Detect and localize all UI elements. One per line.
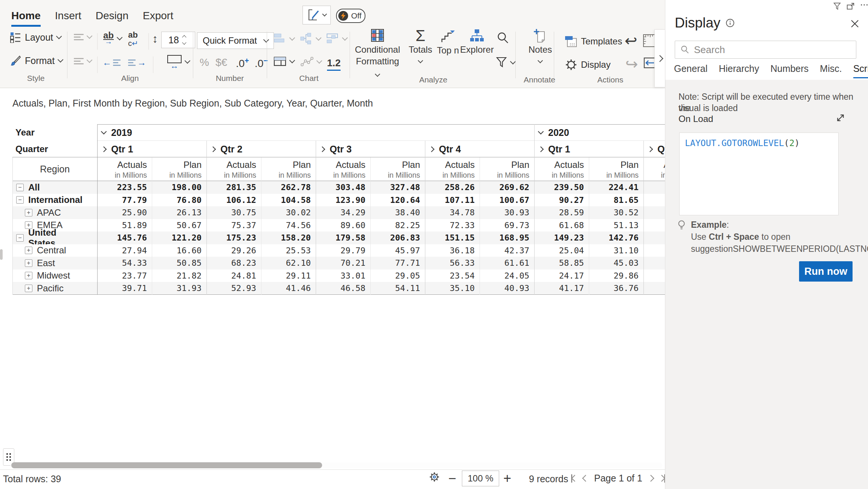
indent-increase-button[interactable]: → [128, 57, 146, 68]
table-view-button[interactable] [274, 56, 294, 66]
expand-editor-button[interactable] [836, 113, 845, 124]
grip-dots-icon [6, 453, 11, 461]
format-button[interactable]: Format [10, 55, 63, 66]
horizontal-align-button[interactable] [74, 58, 92, 64]
table-cell: 30.93 [480, 206, 534, 219]
horizontal-scrollbar[interactable] [11, 462, 662, 468]
tab-numbers[interactable]: Numbers [770, 63, 808, 78]
conditional-formatting-button[interactable]: Conditional Formatting [353, 29, 402, 79]
chevron-right-icon [319, 146, 326, 152]
tab-home[interactable]: Home [11, 10, 41, 27]
quarter-band[interactable]: Qtr 3 [316, 141, 425, 157]
search-tool-button[interactable] [497, 32, 509, 46]
year-band[interactable]: 2019 [97, 124, 534, 141]
expand-row-button[interactable]: + [25, 285, 32, 292]
expand-row-button[interactable]: + [25, 259, 32, 267]
last-page-button[interactable] [659, 474, 665, 483]
explorer-label: Explorer [459, 44, 495, 55]
edit-pen-icon [307, 8, 321, 22]
live-toggle[interactable]: Off [336, 9, 365, 23]
layout-button[interactable]: Layout [10, 32, 61, 43]
quarter-band[interactable]: Qtr 1 [534, 141, 643, 157]
notes-button[interactable]: Notes [524, 29, 557, 64]
templates-button[interactable]: Templates [564, 35, 622, 47]
tab-hierarchy[interactable]: Hierarchy [719, 63, 759, 78]
decrease-decimals-button[interactable]: .0− [255, 56, 268, 70]
previous-page-button[interactable] [582, 475, 589, 481]
year-row-label: Year [15, 127, 35, 138]
layout-chart-button[interactable] [326, 32, 347, 45]
collapse-row-button[interactable]: − [16, 196, 24, 204]
table-row: +EMEA51.8950.6775.3774.5689.6082.2572.33… [12, 219, 665, 232]
quarter-band[interactable]: Qtr 4 [425, 141, 534, 157]
display-button[interactable]: Display [565, 59, 611, 71]
quick-format-select[interactable]: Quick Format [197, 32, 274, 49]
totals-button[interactable]: Σ Totals [406, 28, 435, 64]
indent-decrease-button[interactable]: ← [102, 57, 121, 68]
stepper-arrows[interactable] [183, 36, 186, 44]
zoom-level-input[interactable]: 100 % [462, 471, 499, 486]
tab-general[interactable]: General [674, 63, 708, 78]
quarter-band-label: Qtr 1 [111, 144, 133, 155]
next-page-button[interactable] [647, 475, 654, 481]
percent-format-icon[interactable]: % [200, 56, 209, 69]
quarter-band[interactable]: Qtr 2 [206, 141, 316, 157]
more-options-icon[interactable] [860, 1, 868, 11]
tab-scripting[interactable]: Scripting [853, 63, 868, 78]
line-chart-button[interactable] [301, 56, 321, 67]
chevron-right-icon [647, 146, 653, 152]
collapse-row-button[interactable]: − [16, 234, 24, 242]
script-editor[interactable]: LAYOUT.GOTOROWLEVEL(2) [679, 133, 839, 215]
collapse-row-button[interactable]: − [16, 184, 24, 191]
table-cell: 198.00 [152, 181, 206, 194]
run-now-button[interactable]: Run now [799, 261, 853, 282]
tab-export[interactable]: Export [143, 10, 173, 27]
first-page-button[interactable] [571, 474, 577, 483]
decimal-places-button[interactable]: 1.2 [327, 57, 341, 71]
tab-insert[interactable]: Insert [55, 10, 81, 27]
explorer-button[interactable]: Explorer [459, 29, 495, 55]
edit-mode-button[interactable] [303, 6, 331, 24]
chevron-down-icon [538, 128, 544, 134]
font-size-stepper[interactable]: 18 [161, 32, 195, 48]
close-panel-button[interactable] [850, 19, 860, 30]
chevron-down-icon [510, 58, 516, 64]
currency-format-icon[interactable]: $€ [215, 56, 227, 69]
table-cell: 23.77 [97, 270, 152, 282]
redo-button[interactable]: ↪ [625, 56, 638, 72]
zoom-in-button[interactable]: + [503, 471, 511, 486]
filter-tool-button[interactable] [496, 56, 515, 69]
visual-filter-icon[interactable] [833, 2, 841, 12]
search-input[interactable]: Search [675, 41, 856, 59]
wrap-text-button[interactable]: ab c↵ [128, 31, 138, 47]
table-cell: 33.01 [316, 270, 370, 282]
increase-decimals-button[interactable]: .0+ [236, 56, 249, 70]
expand-row-button[interactable]: + [25, 247, 32, 254]
year-band[interactable]: 2020 [534, 124, 665, 141]
column-width-button[interactable]: ↔ [167, 55, 189, 69]
on-load-label: On Load [679, 114, 713, 124]
undo-button[interactable]: ↩ [625, 33, 637, 48]
expand-row-button[interactable]: + [25, 272, 32, 279]
quarter-band[interactable]: Qtr 1 [97, 141, 206, 157]
horizontal-scrollbar-thumb[interactable] [11, 462, 322, 468]
vertical-align-button[interactable] [74, 34, 92, 40]
tab-design[interactable]: Design [96, 10, 128, 27]
vertical-scrollbar[interactable] [0, 249, 3, 260]
measure-label: Plan [152, 159, 202, 171]
panel-collapse-strip[interactable] [654, 29, 665, 87]
expand-row-button[interactable]: + [25, 209, 32, 216]
tab-misc[interactable]: Misc. [820, 63, 842, 78]
focus-mode-icon[interactable] [847, 2, 855, 12]
unit-label: in Millions [152, 171, 202, 180]
bar-chart-button[interactable] [274, 32, 294, 45]
ruler-button[interactable] [643, 34, 656, 49]
info-icon[interactable] [726, 18, 735, 27]
table-cell: 24.17 [534, 270, 589, 282]
hierarchy-chart-button[interactable] [300, 32, 321, 45]
quarter-band[interactable]: Qtr 2 [643, 141, 665, 157]
table-settings-button[interactable] [429, 471, 440, 484]
text-direction-button[interactable]: ab → [103, 32, 122, 45]
zoom-out-button[interactable]: − [448, 471, 456, 486]
pivot-table: YearQuarterRegion2019Qtr 1Qtr 2Qtr 3Qtr … [12, 124, 665, 295]
